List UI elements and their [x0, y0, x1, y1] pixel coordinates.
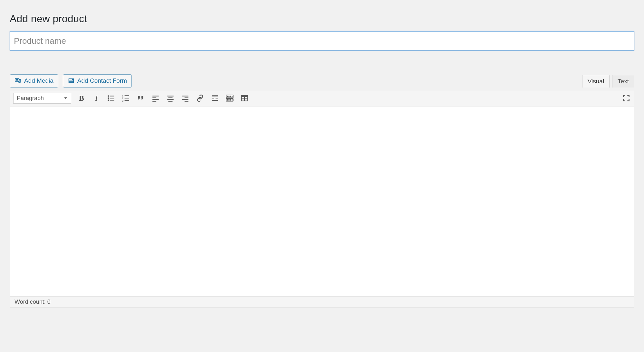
svg-rect-33 — [212, 100, 218, 101]
svg-rect-22 — [167, 96, 174, 97]
svg-rect-13 — [125, 96, 129, 96]
svg-rect-4 — [69, 80, 73, 81]
svg-rect-20 — [152, 99, 159, 100]
add-product-screen: Add new product Add Media — [0, 0, 644, 352]
svg-rect-28 — [182, 99, 188, 100]
svg-rect-7 — [110, 96, 114, 97]
add-contact-form-label: Add Contact Form — [77, 77, 127, 85]
add-media-label: Add Media — [24, 77, 53, 85]
svg-rect-36 — [228, 96, 229, 97]
svg-rect-32 — [216, 98, 218, 98]
svg-rect-23 — [168, 97, 173, 98]
tab-visual[interactable]: Visual — [582, 75, 610, 88]
editor-tabs: Visual Text — [582, 75, 634, 88]
svg-rect-29 — [185, 101, 188, 102]
svg-rect-40 — [227, 99, 228, 101]
svg-rect-0 — [15, 79, 19, 81]
link-button[interactable] — [196, 94, 205, 103]
editor-status-bar: Word count: 0 — [10, 296, 634, 307]
svg-rect-24 — [167, 99, 174, 100]
bold-button[interactable]: B — [77, 94, 86, 103]
editor-top-bar: Add Media Add Contact Form Visu — [10, 74, 634, 88]
svg-rect-42 — [230, 99, 231, 101]
svg-rect-9 — [110, 98, 114, 98]
svg-rect-18 — [152, 96, 159, 97]
table-button[interactable] — [240, 94, 249, 103]
svg-rect-5 — [69, 82, 73, 82]
add-contact-form-button[interactable]: Add Contact Form — [63, 74, 132, 88]
chevron-down-icon — [64, 95, 68, 102]
svg-rect-35 — [227, 96, 228, 97]
align-left-button[interactable] — [151, 94, 160, 103]
word-count-label: Word count: 0 — [14, 299, 51, 305]
svg-point-1 — [16, 79, 18, 81]
add-media-button[interactable]: Add Media — [10, 74, 58, 88]
svg-rect-25 — [168, 101, 173, 102]
svg-rect-21 — [152, 101, 156, 102]
svg-rect-41 — [228, 99, 229, 101]
svg-rect-43 — [232, 99, 233, 101]
editor-box: Paragraph B I — [10, 90, 634, 308]
svg-rect-38 — [232, 96, 233, 97]
numbered-list-button[interactable]: 1 2 3 — [121, 94, 130, 103]
svg-rect-31 — [212, 98, 214, 98]
toolbar-group-format: B I 1 2 3 — [77, 94, 249, 103]
editor-area: Add Media Add Contact Form Visu — [10, 74, 634, 308]
form-icon — [68, 77, 75, 84]
svg-point-6 — [108, 96, 109, 97]
svg-point-8 — [108, 97, 109, 99]
svg-rect-37 — [230, 96, 231, 97]
media-buttons-row: Add Media Add Contact Form — [10, 74, 132, 88]
fullscreen-button[interactable] — [622, 94, 631, 103]
tab-text[interactable]: Text — [612, 75, 634, 88]
svg-rect-19 — [152, 97, 156, 98]
svg-rect-3 — [69, 79, 72, 80]
svg-rect-15 — [125, 98, 129, 98]
insert-read-more-button[interactable] — [210, 94, 219, 103]
bulleted-list-button[interactable] — [107, 94, 116, 103]
blockquote-button[interactable] — [136, 94, 145, 103]
format-dropdown-label: Paragraph — [17, 95, 44, 102]
svg-rect-17 — [125, 100, 129, 101]
svg-rect-26 — [182, 96, 188, 97]
editor-toolbar: Paragraph B I — [10, 90, 634, 107]
svg-text:3: 3 — [122, 99, 123, 102]
italic-button[interactable]: I — [92, 94, 101, 103]
camera-music-icon — [14, 77, 22, 84]
svg-point-10 — [108, 100, 109, 101]
svg-rect-27 — [185, 97, 188, 98]
align-right-button[interactable] — [181, 94, 190, 103]
page-title: Add new product — [10, 13, 634, 25]
align-center-button[interactable] — [166, 94, 175, 103]
format-dropdown[interactable]: Paragraph — [13, 93, 71, 104]
product-name-input[interactable] — [10, 31, 634, 51]
svg-rect-11 — [110, 100, 114, 101]
toolbar-toggle-button[interactable] — [225, 94, 234, 103]
editor-content-area[interactable] — [10, 107, 634, 296]
svg-rect-30 — [212, 96, 218, 97]
